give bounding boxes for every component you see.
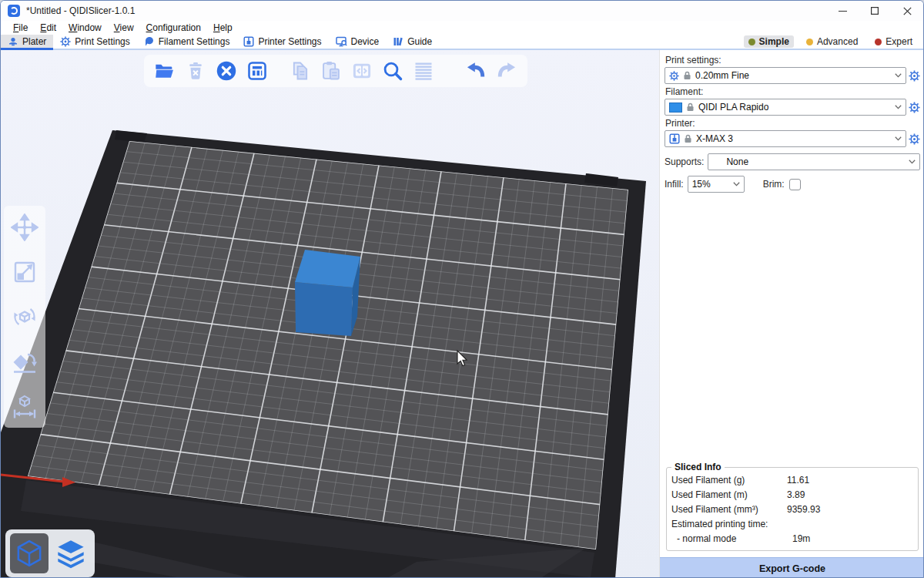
filament-gear-button[interactable]	[909, 102, 920, 113]
menu-item-edit[interactable]: Edit	[34, 22, 62, 33]
infill-label: Infill:	[665, 179, 684, 190]
layers-stack-icon	[55, 537, 86, 570]
undo-button[interactable]	[464, 59, 487, 82]
open-folder-icon	[154, 60, 176, 82]
mode-advanced[interactable]: Advanced	[802, 35, 862, 48]
build-plate-scene	[1, 50, 659, 578]
export-gcode-button[interactable]: Export G-code	[660, 557, 924, 578]
view-toggle	[5, 529, 95, 577]
mode-selector: Simple Advanced Expert	[744, 35, 923, 48]
cube-wireframe-icon	[14, 537, 45, 570]
tab-plater[interactable]: Plater	[1, 35, 53, 49]
sliced-info-row-value: 3.89	[787, 488, 805, 502]
printer-icon	[669, 133, 680, 144]
filament-icon	[144, 36, 155, 47]
trash-icon	[186, 61, 206, 81]
rotate-tool-icon[interactable]	[11, 303, 38, 331]
mode-simple[interactable]: Simple	[744, 35, 794, 48]
filament-combo[interactable]: QIDI PLA Rapido	[665, 99, 906, 116]
paste-button[interactable]	[320, 59, 343, 82]
print-settings-label: Print settings:	[665, 55, 920, 66]
simple-mode-dot-icon	[748, 39, 755, 45]
filament-label: Filament:	[665, 86, 920, 97]
lock-icon	[684, 134, 692, 143]
delete-all-button[interactable]	[215, 59, 238, 82]
chevron-down-icon	[895, 136, 902, 141]
search-button[interactable]	[381, 59, 404, 82]
print-settings-combo[interactable]: 0.20mm Fine	[665, 67, 906, 84]
chevron-down-icon	[909, 160, 916, 164]
scale-tool-icon[interactable]	[11, 258, 38, 286]
menu-item-help[interactable]: Help	[207, 22, 239, 33]
sliced-info-row-label: Used Filament (mm³)	[671, 502, 787, 517]
brim-checkbox[interactable]	[789, 179, 801, 190]
menu-item-view[interactable]: View	[108, 22, 140, 33]
advanced-mode-dot-icon	[806, 39, 813, 45]
open-button[interactable]	[153, 59, 176, 82]
sliced-info-row: Estimated printing time:	[671, 517, 913, 532]
split-objects-button[interactable]	[350, 59, 373, 82]
printer-label: Printer:	[665, 118, 920, 129]
minimize-button[interactable]	[826, 1, 859, 21]
print-settings-value: 0.20mm Fine	[695, 70, 749, 81]
menu-item-file[interactable]: File	[7, 22, 34, 33]
infill-combo[interactable]: 15%	[688, 176, 745, 193]
tab-print-settings[interactable]: Print Settings	[53, 35, 136, 49]
tab-label: Filament Settings	[159, 36, 230, 47]
sliced-info-row-label: Used Filament (g)	[671, 473, 787, 488]
supports-combo[interactable]: None	[708, 153, 920, 170]
menu-item-window[interactable]: Window	[62, 22, 108, 33]
gear-icon	[669, 71, 679, 81]
app-window: *Untitled - QIDISlicer-1.0.1 FileEditWin…	[0, 0, 924, 578]
maximize-button[interactable]	[859, 1, 891, 21]
move-tool-icon[interactable]	[11, 213, 38, 241]
sliced-info-row-value: 19m	[792, 532, 810, 546]
expert-mode-dot-icon	[875, 39, 882, 45]
device-icon	[336, 36, 347, 47]
undo-icon	[464, 60, 487, 82]
tab-guide[interactable]: Guide	[386, 35, 439, 49]
print-settings-gear-button[interactable]	[909, 70, 920, 82]
tab-device[interactable]: Device	[329, 35, 387, 49]
printer-gear-button[interactable]	[909, 133, 920, 145]
sliced-info-rows: Used Filament (g)11.61Used Filament (m)3…	[671, 473, 913, 546]
measure-tool-icon[interactable]	[11, 392, 38, 420]
sliced-info-row-label: - normal mode	[671, 532, 792, 546]
mode-label: Simple	[759, 36, 789, 47]
window-title: *Untitled - QIDISlicer-1.0.1	[26, 5, 135, 16]
arrange-button[interactable]	[246, 59, 269, 82]
menu-item-configuration[interactable]: Configuration	[140, 22, 207, 33]
tab-label: Guide	[407, 36, 432, 47]
chevron-down-icon	[895, 73, 902, 78]
printer-combo[interactable]: X-MAX 3	[665, 130, 906, 147]
tab-label: Plater	[22, 36, 46, 47]
model-cube[interactable]	[295, 250, 360, 336]
tab-label: Device	[351, 36, 380, 47]
tab-filament-settings[interactable]: Filament Settings	[137, 35, 237, 49]
copy-icon	[290, 60, 311, 82]
search-icon	[382, 60, 403, 82]
filament-color-swatch	[669, 102, 682, 113]
sliced-info-row-value: 9359.93	[787, 502, 820, 517]
sliced-info-row-value: 11.61	[787, 473, 809, 488]
copy-button[interactable]	[289, 59, 312, 82]
mode-expert[interactable]: Expert	[870, 35, 917, 48]
app-logo-icon	[8, 5, 20, 17]
variable-layer-height-button[interactable]	[412, 59, 435, 82]
sliced-info-row-label: Estimated printing time:	[671, 517, 787, 532]
tab-label: Print Settings	[75, 36, 129, 47]
close-button[interactable]	[891, 1, 923, 21]
settings-panel: Print settings: 0.20mm Fine Filament:	[659, 50, 924, 578]
place-on-face-tool-icon[interactable]	[11, 348, 38, 375]
supports-value: None	[712, 156, 748, 167]
preview-view-button[interactable]	[52, 533, 90, 573]
editor-view-button[interactable]	[10, 533, 49, 573]
sliced-info-row: - normal mode19m	[671, 532, 913, 546]
redo-button[interactable]	[495, 59, 518, 82]
tab-printer-settings[interactable]: Printer Settings	[236, 35, 328, 49]
viewport-3d[interactable]	[1, 50, 659, 578]
gear-icon	[60, 36, 71, 47]
delete-button[interactable]	[184, 59, 207, 82]
lock-icon	[683, 71, 691, 80]
split-objects-icon	[351, 60, 373, 82]
